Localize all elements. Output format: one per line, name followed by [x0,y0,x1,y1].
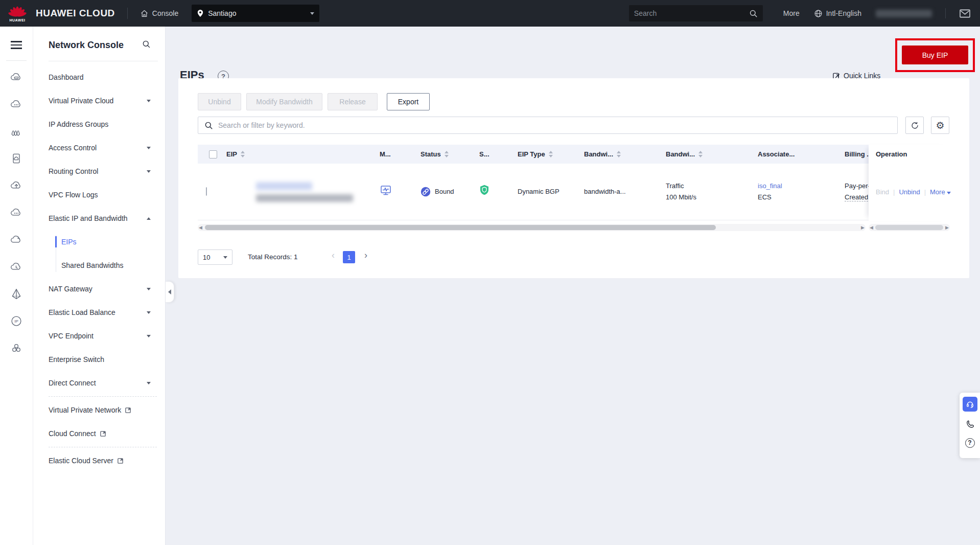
sidebar-item-routing-control[interactable]: Routing Control [33,160,165,183]
column-header-eip[interactable]: EIP [220,150,374,158]
sidebar-item-vpc-endpoint[interactable]: VPC Endpoint [33,324,165,348]
billing-created[interactable]: Created [845,193,868,201]
monitoring-cell[interactable] [374,185,414,199]
refresh-icon [911,121,919,130]
row-checkbox[interactable] [206,187,207,196]
sidebar-item-vpc-flow-logs[interactable]: VPC Flow Logs [33,183,165,207]
question-circle-icon: ? [965,438,975,448]
sidebar-item-elastic-cloud-server[interactable]: Elastic Cloud Server [33,449,165,472]
cloud-upload-icon[interactable] [10,179,23,192]
release-button[interactable]: Release [328,93,378,110]
global-search-box[interactable] [629,5,763,21]
svg-text:IP: IP [14,319,18,324]
sidebar-item-elastic-load-balance[interactable]: Elastic Load Balance [33,301,165,324]
hamburger-menu-icon[interactable] [8,36,25,54]
select-all-checkbox[interactable] [209,150,217,158]
cloud-dots-icon[interactable] [10,206,23,219]
export-button[interactable]: Export [387,93,430,110]
account-name-redacted[interactable] [876,10,932,17]
bandwidth-billed-by: Traffic [666,180,752,192]
search-icon[interactable] [749,9,758,18]
sidebar-title: Network Console [49,40,124,51]
modify-bandwidth-button[interactable]: Modify Bandwidth [246,93,322,110]
chevron-down-icon [147,311,151,314]
buy-eip-button[interactable]: Buy EIP [902,46,968,64]
sidebar-search-icon[interactable] [142,40,151,51]
mail-icon[interactable] [959,9,971,18]
cloud-icon[interactable] [10,233,23,246]
fixed-column-scrollbar[interactable]: ◀ ▶ [869,224,950,231]
sidebar-item-direct-connect[interactable]: Direct Connect [33,371,165,395]
sidebar-collapse-handle[interactable] [166,281,174,303]
service-icon-rail: IP [0,27,33,545]
cloud-server-icon[interactable] [10,71,23,84]
phone-button[interactable] [963,417,976,430]
table-filter-input[interactable] [218,121,891,129]
external-link-icon [117,458,124,464]
sidebar-dashed-divider [49,396,157,397]
sidebar-item-virtual-private-network[interactable]: Virtual Private Network [33,398,165,422]
scroll-left-arrow[interactable]: ◀ [870,224,873,231]
refresh-button[interactable] [905,117,924,134]
sidebar-item-access-control[interactable]: Access Control [33,136,165,160]
horizontal-scrollbar[interactable]: ◀ ▶ [198,224,866,231]
next-page-button[interactable]: › [364,250,367,261]
scroll-right-arrow[interactable]: ▶ [945,224,949,231]
table-settings-button[interactable]: ⚙ [931,117,949,134]
sidebar-item-nat-gateway[interactable]: NAT Gateway [33,277,165,301]
more-actions[interactable]: More [930,188,951,196]
sidebar-item-elastic-ip-and-bandwidth[interactable]: Elastic IP and Bandwidth [33,207,165,230]
security-cell [473,185,511,199]
header-right-group: More Intl-English [629,5,971,21]
console-home-link[interactable]: Console [140,9,178,18]
sidebar-item-cloud-connect[interactable]: Cloud Connect [33,422,165,445]
current-page-button[interactable]: 1 [343,251,355,263]
support-button[interactable] [963,397,977,412]
global-search-input[interactable] [634,9,749,17]
column-header-bandwidth-name[interactable]: Bandwi... [578,150,660,158]
header-divider [127,8,128,19]
huawei-cloud-console: HUAWEI HUAWEI CLOUD Console Santiago [0,0,980,545]
sidebar-item-ip-address-groups[interactable]: IP Address Groups [33,112,165,136]
scroll-left-arrow[interactable]: ◀ [199,224,202,231]
sidebar-item-shared-bandwidths[interactable]: Shared Bandwidths [33,254,165,277]
cloud-clock-icon[interactable] [10,260,23,274]
region-selector[interactable]: Santiago [192,5,319,22]
chevron-left-icon [168,289,171,294]
unbind-button[interactable]: Unbind [198,93,241,110]
associated-instance-link[interactable]: iso_final [758,180,838,192]
bandwidth-details-cell: Traffic 100 Mbit/s [660,180,752,203]
sidebar-item-eips[interactable]: EIPs [33,230,165,254]
sidebar-item-virtual-private-cloud[interactable]: Virtual Private Cloud [33,89,165,112]
column-header-eip-type[interactable]: EIP Type [511,150,578,158]
eip-table: EIP M... Status S... EIP Type Bandwi... … [198,145,950,220]
help-button[interactable]: ? [963,436,976,449]
associated-instance-type: ECS [758,192,838,203]
console-label: Console [152,9,178,17]
column-header-status[interactable]: Status [414,150,473,158]
table-filter-box[interactable] [198,117,898,134]
unbind-action[interactable]: Unbind [899,188,920,196]
scrollbar-thumb[interactable] [205,225,716,230]
status-text: Bound [435,186,454,197]
scroll-right-arrow[interactable]: ▶ [861,224,865,231]
device-cloud-icon[interactable] [10,152,23,165]
previous-page-button[interactable]: ‹ [332,250,335,261]
language-selector[interactable]: Intl-English [814,9,861,18]
scrollbar-thumb[interactable] [875,225,943,230]
huawei-logo[interactable]: HUAWEI [6,5,29,22]
prism-icon[interactable] [10,287,23,301]
phone-icon [965,419,975,429]
cluster-icon[interactable] [10,342,23,355]
ip-circle-icon[interactable]: IP [10,314,23,328]
header-divider [945,8,946,18]
column-header-bandwidth-details[interactable]: Bandwi... [660,150,752,158]
sidebar-item-enterprise-switch[interactable]: Enterprise Switch [33,348,165,371]
cloud-dots-icon[interactable] [10,98,23,111]
more-menu[interactable]: More [783,9,800,17]
page-size-select[interactable]: 10 [198,249,232,265]
top-header-bar: HUAWEI HUAWEI CLOUD Console Santiago [0,0,980,27]
waves-icon[interactable] [10,125,23,138]
sidebar-item-dashboard[interactable]: Dashboard [33,65,165,89]
bind-action[interactable]: Bind [876,188,889,196]
